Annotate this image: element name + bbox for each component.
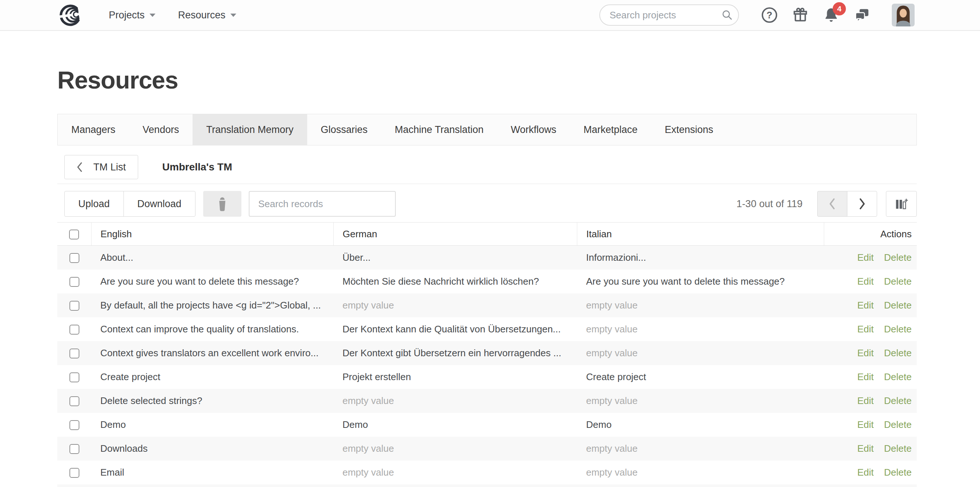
- trash-icon: [216, 196, 229, 211]
- back-button-label: TM List: [93, 162, 126, 173]
- table-row: Email empty value empty value EditDelete: [57, 460, 917, 484]
- edit-link[interactable]: Edit: [857, 395, 874, 406]
- tab-managers[interactable]: Managers: [58, 114, 129, 145]
- translation-cell-italian: Create project: [577, 365, 824, 389]
- tab-machine-translation[interactable]: Machine Translation: [381, 114, 497, 145]
- row-checkbox[interactable]: [70, 444, 80, 454]
- nav-menu-projects[interactable]: Projects: [109, 10, 156, 21]
- edit-link[interactable]: Edit: [857, 419, 874, 430]
- translation-cell-italian: empty value: [577, 317, 824, 341]
- projects-search: [599, 5, 739, 26]
- edit-link[interactable]: Edit: [857, 252, 874, 263]
- tab-workflows[interactable]: Workflows: [497, 114, 570, 145]
- company-logo-icon[interactable]: [58, 3, 86, 27]
- delete-link[interactable]: Delete: [884, 443, 912, 454]
- user-avatar[interactable]: [892, 4, 915, 27]
- help-icon: ?: [761, 6, 778, 24]
- translation-cell-german: empty value: [333, 293, 577, 317]
- source-cell-english: Demo: [91, 413, 333, 437]
- edit-link[interactable]: Edit: [857, 371, 874, 382]
- translation-cell-italian: empty value: [577, 341, 824, 365]
- tab-glossaries[interactable]: Glossaries: [307, 114, 382, 145]
- delete-link[interactable]: Delete: [884, 419, 912, 430]
- source-cell-english: Email: [91, 460, 333, 484]
- tab-vendors[interactable]: Vendors: [129, 114, 192, 145]
- section-divider: [57, 184, 917, 184]
- translation-cell-italian: Informazioni...: [577, 246, 824, 270]
- row-checkbox[interactable]: [70, 349, 80, 359]
- delete-link[interactable]: Delete: [884, 276, 912, 287]
- source-cell-english: About...: [91, 246, 333, 270]
- back-to-tm-list-button[interactable]: TM List: [64, 155, 138, 179]
- previous-page-button[interactable]: [817, 191, 847, 217]
- source-cell-english: Are you sure you want to delete this mes…: [91, 270, 333, 293]
- delete-link[interactable]: Delete: [884, 371, 912, 382]
- row-checkbox[interactable]: [70, 325, 80, 335]
- source-cell-english: Context gives translators an excellent w…: [91, 341, 333, 365]
- chevron-right-icon: [858, 198, 866, 210]
- tab-translation-memory[interactable]: Translation Memory: [192, 114, 307, 145]
- chevron-left-icon: [76, 162, 83, 172]
- translation-cell-italian: empty value: [577, 389, 824, 413]
- nav-menu-resources[interactable]: Resources: [178, 10, 236, 21]
- delete-link[interactable]: Delete: [884, 252, 912, 263]
- table-row: Downloads empty value empty value EditDe…: [57, 437, 917, 460]
- next-page-button[interactable]: [847, 191, 877, 217]
- source-cell-english: Delete selected strings?: [91, 389, 333, 413]
- page-title: Resources: [57, 62, 917, 98]
- download-button[interactable]: Download: [124, 191, 196, 217]
- edit-link[interactable]: Edit: [857, 347, 874, 359]
- table-row-partial: [57, 484, 917, 487]
- table-row: Demo Demo Demo EditDelete: [57, 413, 917, 437]
- messages-icon: [854, 6, 870, 24]
- records-search-input[interactable]: [249, 191, 396, 217]
- chevron-down-icon: [231, 14, 236, 17]
- tm-header-row: TM List Umbrella's TM: [57, 155, 917, 179]
- row-checkbox[interactable]: [70, 277, 80, 287]
- row-checkbox[interactable]: [70, 373, 80, 382]
- tab-marketplace[interactable]: Marketplace: [570, 114, 651, 145]
- edit-link[interactable]: Edit: [857, 324, 874, 335]
- delete-link[interactable]: Delete: [884, 300, 912, 311]
- help-button[interactable]: ?: [761, 6, 778, 24]
- row-checkbox[interactable]: [70, 468, 80, 478]
- main-content: Resources Managers Vendors Translation M…: [57, 62, 917, 487]
- gift-button[interactable]: [792, 6, 809, 24]
- column-header-english: English: [91, 222, 333, 246]
- upload-button[interactable]: Upload: [64, 191, 124, 217]
- translation-cell-german: Möchten Sie diese Nachricht wirklich lös…: [333, 270, 577, 293]
- select-all-checkbox[interactable]: [69, 230, 79, 240]
- delete-link[interactable]: Delete: [884, 324, 912, 335]
- column-header-german: German: [333, 222, 577, 246]
- projects-search-input[interactable]: [599, 5, 739, 26]
- table-row: About... Über... Informazioni... EditDel…: [57, 246, 917, 270]
- delete-link[interactable]: Delete: [884, 347, 912, 359]
- edit-link[interactable]: Edit: [857, 443, 874, 454]
- edit-link[interactable]: Edit: [857, 276, 874, 287]
- delete-link[interactable]: Delete: [884, 395, 912, 406]
- row-checkbox[interactable]: [70, 396, 80, 406]
- nav-resources-label: Resources: [178, 10, 226, 21]
- pagination-range: 1-30 out of 119: [737, 198, 802, 210]
- edit-link[interactable]: Edit: [857, 300, 874, 311]
- row-checkbox[interactable]: [70, 301, 80, 311]
- source-cell-english: Create project: [91, 365, 333, 389]
- notification-count-badge: 4: [833, 2, 846, 16]
- row-checkbox[interactable]: [70, 253, 80, 263]
- delete-records-button[interactable]: [203, 191, 242, 217]
- column-header-italian: Italian: [577, 222, 824, 246]
- messages-button[interactable]: [854, 6, 870, 24]
- table-row: Create project Projekt erstellen Create …: [57, 365, 917, 389]
- tab-extensions[interactable]: Extensions: [651, 114, 727, 145]
- table-row: Context gives translators an excellent w…: [57, 341, 917, 365]
- chevron-left-icon: [828, 198, 836, 210]
- row-checkbox[interactable]: [70, 420, 80, 430]
- translation-cell-italian: Demo: [577, 413, 824, 437]
- translation-cell-italian: empty value: [577, 460, 824, 484]
- delete-link[interactable]: Delete: [884, 467, 912, 478]
- search-icon[interactable]: [721, 9, 733, 21]
- source-cell-english: Context can improve the quality of trans…: [91, 317, 333, 341]
- manage-columns-button[interactable]: [886, 191, 917, 217]
- edit-link[interactable]: Edit: [857, 467, 874, 478]
- notifications-button[interactable]: 4: [823, 6, 840, 24]
